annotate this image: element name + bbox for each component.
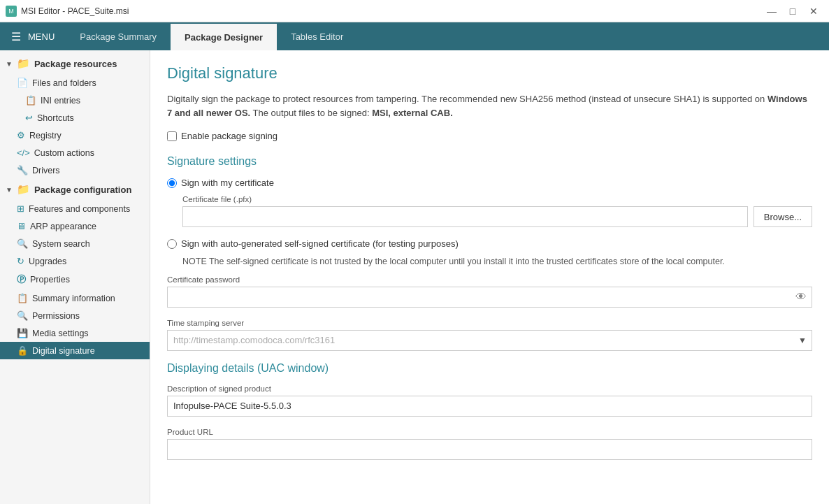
item-label: Files and folders <box>32 78 96 88</box>
custom-actions-icon: </> <box>17 147 30 158</box>
radio-auto-sign[interactable] <box>167 239 177 249</box>
section-label: Package configuration <box>34 185 131 195</box>
sidebar-item-permissions[interactable]: 🔍 Permissions <box>0 307 150 324</box>
enable-signing-checkbox[interactable] <box>167 131 177 141</box>
item-label: ARP appearance <box>30 222 96 231</box>
app-body: ▼ 📁 Package resources 📄 Files and folder… <box>0 50 829 504</box>
item-label: Digital signature <box>32 346 95 356</box>
desc-signed-product-group: Description of signed product <box>167 384 812 417</box>
sidebar-item-summary-information[interactable]: 📋 Summary information <box>0 289 150 307</box>
sidebar-item-properties[interactable]: Ⓟ Properties <box>0 270 150 289</box>
menu-bar: ☰ MENU Package Summary Package Designer … <box>0 22 829 50</box>
item-label: Shortcuts <box>37 113 74 123</box>
password-input-wrap: 👁 <box>167 287 812 308</box>
sidebar-item-registry[interactable]: ⚙ Registry <box>0 127 150 144</box>
item-label: System search <box>32 239 90 249</box>
cert-password-input[interactable] <box>167 287 812 308</box>
enable-signing-row: Enable package signing <box>167 131 812 141</box>
permissions-icon: 🔍 <box>17 310 28 321</box>
sidebar-section-package-resources[interactable]: ▼ 📁 Package resources <box>0 53 150 74</box>
folder-icon: 📁 <box>17 183 30 196</box>
item-label: Summary information <box>32 294 115 303</box>
file-icon: 📄 <box>17 78 28 88</box>
title-bar-controls: — □ ✕ <box>762 1 823 21</box>
menu-button[interactable]: ☰ MENU <box>0 22 66 50</box>
tab-package-summary[interactable]: Package Summary <box>66 22 171 50</box>
folder-icon: 📁 <box>17 57 30 70</box>
upgrades-icon: ↻ <box>17 256 24 266</box>
radio-auto-sign-label: Sign with auto-generated self-signed cer… <box>181 238 459 249</box>
sidebar: ▼ 📁 Package resources 📄 Files and folder… <box>0 50 150 504</box>
uac-section-title: Displaying details (UAC window) <box>167 362 812 375</box>
sidebar-item-custom-actions[interactable]: </> Custom actions <box>0 144 150 161</box>
sidebar-item-files-folders[interactable]: 📄 Files and folders <box>0 74 150 92</box>
item-label: INI entries <box>41 96 80 106</box>
radio-sign-my-cert[interactable] <box>167 178 177 188</box>
ini-icon: 📋 <box>25 95 36 106</box>
cert-file-input[interactable] <box>182 206 748 227</box>
section-label: Package resources <box>34 59 117 69</box>
sidebar-item-system-search[interactable]: 🔍 System search <box>0 235 150 252</box>
item-label: Permissions <box>32 311 80 321</box>
item-label: Registry <box>29 131 62 141</box>
item-label: Custom actions <box>34 148 94 158</box>
hamburger-icon: ☰ <box>11 30 21 43</box>
browse-button[interactable]: Browse... <box>754 206 812 227</box>
digital-signature-icon: 🔒 <box>17 345 28 356</box>
registry-icon: ⚙ <box>17 130 25 141</box>
timestamp-select-wrap: http://timestamp.comodoca.com/rfc3161 ▼ <box>167 330 812 351</box>
drivers-icon: 🔧 <box>17 165 28 175</box>
sidebar-item-drivers[interactable]: 🔧 Drivers <box>0 161 150 179</box>
product-url-label: Product URL <box>167 428 812 436</box>
media-icon: 💾 <box>17 328 28 338</box>
sidebar-item-ini-entries[interactable]: 📋 INI entries <box>0 92 150 109</box>
menu-label: MENU <box>28 31 55 42</box>
timestamp-group: Time stamping server http://timestamp.co… <box>167 319 812 351</box>
chevron-icon: ▼ <box>6 186 13 194</box>
search-icon: 🔍 <box>17 238 28 249</box>
sidebar-section-package-configuration[interactable]: ▼ 📁 Package configuration <box>0 179 150 200</box>
tab-tables-editor[interactable]: Tables Editor <box>277 22 357 50</box>
sidebar-item-media-settings[interactable]: 💾 Media settings <box>0 324 150 342</box>
minimize-button[interactable]: — <box>762 1 781 21</box>
chevron-icon: ▼ <box>6 60 13 68</box>
summary-icon: 📋 <box>17 293 28 303</box>
product-url-input[interactable] <box>167 439 812 460</box>
item-label: Features and components <box>29 204 130 214</box>
maximize-button[interactable]: □ <box>783 1 802 21</box>
radio-auto-sign-row: Sign with auto-generated self-signed cer… <box>167 238 812 249</box>
auto-sign-note: NOTE The self-signed certificate is not … <box>182 256 812 268</box>
enable-signing-label: Enable package signing <box>181 131 277 141</box>
sidebar-item-features-components[interactable]: ⊞ Features and components <box>0 200 150 217</box>
cert-file-input-row: Browse... <box>182 206 812 227</box>
radio-sign-my-cert-label: Sign with my certificate <box>181 178 274 188</box>
cert-password-group: Certificate password 👁 <box>167 275 812 308</box>
radio-sign-my-cert-row: Sign with my certificate <box>167 178 812 188</box>
arp-icon: 🖥 <box>17 221 26 231</box>
desc-signed-product-label: Description of signed product <box>167 384 812 393</box>
item-label: Upgrades <box>29 257 66 266</box>
item-label: Drivers <box>32 166 60 175</box>
desc-signed-product-input[interactable] <box>167 396 812 417</box>
title-bar-title: MSI Editor - PACE_Suite.msi <box>21 6 129 16</box>
sidebar-item-shortcuts[interactable]: ↩ Shortcuts <box>0 109 150 127</box>
timestamp-select[interactable]: http://timestamp.comodoca.com/rfc3161 <box>167 330 812 351</box>
description-text: Digitally sign the package to protect re… <box>167 92 812 120</box>
shortcut-icon: ↩ <box>25 113 33 123</box>
title-bar: M MSI Editor - PACE_Suite.msi — □ ✕ <box>0 0 829 22</box>
tab-package-designer[interactable]: Package Designer <box>171 22 277 50</box>
cert-password-input-row: 👁 <box>167 287 812 308</box>
page-title: Digital signature <box>167 64 812 82</box>
properties-icon: Ⓟ <box>17 273 26 286</box>
product-url-group: Product URL <box>167 428 812 460</box>
eye-icon[interactable]: 👁 <box>795 291 807 303</box>
sidebar-item-arp-appearance[interactable]: 🖥 ARP appearance <box>0 217 150 235</box>
title-bar-left: M MSI Editor - PACE_Suite.msi <box>6 6 129 17</box>
close-button[interactable]: ✕ <box>804 1 823 21</box>
cert-password-label: Certificate password <box>167 275 812 284</box>
item-label: Properties <box>30 275 70 285</box>
sidebar-item-digital-signature[interactable]: 🔒 Digital signature <box>0 342 150 359</box>
signature-settings-title: Signature settings <box>167 155 812 168</box>
cert-file-label: Certificate file (.pfx) <box>182 195 812 203</box>
sidebar-item-upgrades[interactable]: ↻ Upgrades <box>0 252 150 270</box>
